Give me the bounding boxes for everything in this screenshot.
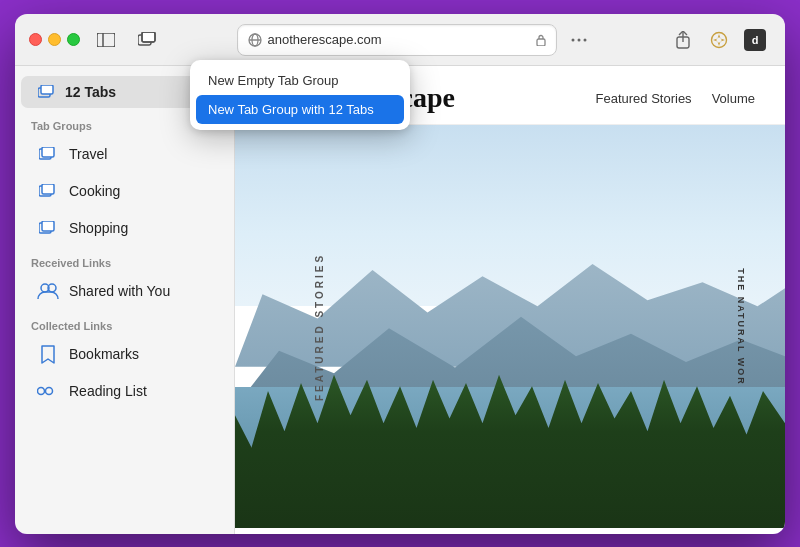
lock-icon: [536, 34, 546, 46]
svg-point-9: [571, 38, 574, 41]
reading-list-label: Reading List: [69, 383, 147, 399]
svg-point-10: [577, 38, 580, 41]
tabs-label: 12 Tabs: [65, 84, 116, 100]
tab-group-shopping-icon: [37, 217, 59, 239]
bookmark-icon: [37, 343, 59, 365]
tab-group-travel-icon: [37, 143, 59, 165]
bookmarks-label: Bookmarks: [69, 346, 139, 362]
tab-group-button[interactable]: [132, 26, 164, 54]
cooking-label: Cooking: [69, 183, 120, 199]
address-bar[interactable]: anotherescape.com: [237, 24, 557, 56]
svg-rect-15: [41, 85, 53, 94]
profile-button[interactable]: d: [739, 26, 771, 54]
tabs-icon: [37, 82, 57, 102]
svg-rect-19: [42, 184, 54, 194]
shared-with-you-label: Shared with You: [69, 283, 170, 299]
svg-point-24: [38, 388, 45, 395]
svg-point-11: [583, 38, 586, 41]
main-content: 12 Tabs Tab Groups Travel: [15, 66, 785, 534]
close-button[interactable]: [29, 33, 42, 46]
collected-links-header: Collected Links: [15, 310, 234, 336]
sidebar-item-cooking[interactable]: Cooking: [21, 173, 228, 209]
web-content: Another Escape Featured Stories Volume F…: [235, 66, 785, 534]
svg-point-25: [46, 388, 53, 395]
sidebar-item-travel[interactable]: Travel: [21, 136, 228, 172]
browser-window: New Empty Tab Group New Tab Group with 1…: [15, 14, 785, 534]
nav-featured-stories[interactable]: Featured Stories: [596, 91, 692, 106]
landscape-scene: Featured Stories The Natural Wor: [235, 125, 785, 528]
share-button[interactable]: [667, 26, 699, 54]
more-options-button[interactable]: [563, 26, 595, 54]
globe-icon: [248, 33, 262, 47]
sidebar-item-bookmarks[interactable]: Bookmarks: [21, 336, 228, 372]
shared-with-you-icon: [37, 280, 59, 302]
address-bar-container: anotherescape.com: [174, 24, 657, 56]
hero-image: Featured Stories The Natural Wor: [235, 125, 785, 528]
featured-stories-vertical-text: Featured Stories: [314, 252, 325, 400]
sidebar-item-reading-list[interactable]: Reading List: [21, 373, 228, 409]
natural-world-vertical-text: The Natural Wor: [736, 268, 746, 386]
url-text: anotherescape.com: [268, 32, 530, 47]
fullscreen-button[interactable]: [67, 33, 80, 46]
tab-group-dropdown: New Empty Tab Group New Tab Group with 1…: [190, 60, 410, 130]
svg-rect-3: [142, 32, 155, 42]
svg-rect-8: [537, 39, 545, 46]
nav-volume[interactable]: Volume: [712, 91, 755, 106]
nav-links: Featured Stories Volume: [596, 91, 755, 106]
new-empty-tab-group-item[interactable]: New Empty Tab Group: [196, 66, 404, 95]
shopping-label: Shopping: [69, 220, 128, 236]
sidebar-item-shopping[interactable]: Shopping: [21, 210, 228, 246]
new-tab-group-with-tabs-item[interactable]: New Tab Group with 12 Tabs: [196, 95, 404, 124]
traffic-lights: [29, 33, 80, 46]
titlebar: New Empty Tab Group New Tab Group with 1…: [15, 14, 785, 66]
svg-rect-21: [42, 221, 54, 231]
svg-rect-17: [42, 147, 54, 157]
minimize-button[interactable]: [48, 33, 61, 46]
travel-label: Travel: [69, 146, 107, 162]
sidebar-item-shared[interactable]: Shared with You: [21, 273, 228, 309]
tab-group-cooking-icon: [37, 180, 59, 202]
toolbar-right: d: [667, 26, 771, 54]
received-links-header: Received Links: [15, 247, 234, 273]
sidebar-toggle-button[interactable]: [90, 26, 122, 54]
reading-list-icon: [37, 380, 59, 402]
ai-button[interactable]: [703, 26, 735, 54]
svg-rect-0: [97, 33, 115, 47]
sidebar: 12 Tabs Tab Groups Travel: [15, 66, 235, 534]
